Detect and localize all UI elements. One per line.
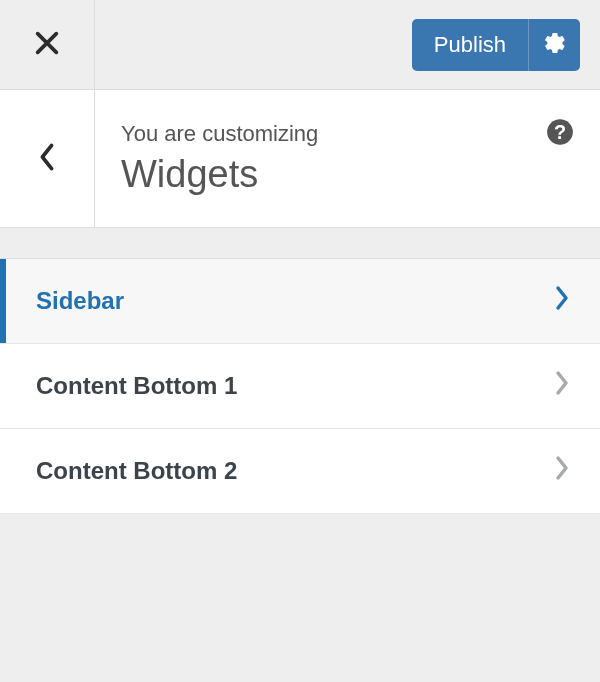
publish-label: Publish bbox=[434, 32, 506, 58]
widget-area-list: Sidebar Content Bottom 1 Content Bottom … bbox=[0, 258, 600, 514]
widget-area-label: Sidebar bbox=[36, 287, 124, 315]
widget-area-sidebar[interactable]: Sidebar bbox=[0, 258, 600, 343]
widget-area-label: Content Bottom 1 bbox=[36, 372, 237, 400]
topbar: Publish bbox=[0, 0, 600, 90]
svg-text:?: ? bbox=[554, 121, 566, 143]
chevron-left-icon bbox=[37, 142, 57, 176]
header-subtitle: You are customizing bbox=[121, 121, 318, 147]
widget-area-content-bottom-2[interactable]: Content Bottom 2 bbox=[0, 428, 600, 514]
widget-area-content-bottom-1[interactable]: Content Bottom 1 bbox=[0, 343, 600, 428]
close-icon bbox=[33, 29, 61, 61]
publish-button[interactable]: Publish bbox=[412, 19, 528, 71]
gear-icon bbox=[543, 31, 567, 58]
header-title: Widgets bbox=[121, 153, 318, 196]
publish-group: Publish bbox=[412, 19, 580, 71]
topbar-right: Publish bbox=[95, 0, 600, 89]
help-icon: ? bbox=[546, 132, 574, 149]
publish-settings-button[interactable] bbox=[528, 19, 580, 71]
close-button[interactable] bbox=[0, 0, 95, 89]
chevron-right-icon bbox=[554, 455, 570, 487]
panel-header: You are customizing Widgets ? bbox=[0, 90, 600, 228]
header-text: You are customizing Widgets bbox=[121, 121, 318, 196]
back-button[interactable] bbox=[0, 90, 95, 227]
header-main: You are customizing Widgets ? bbox=[95, 90, 600, 227]
chevron-right-icon bbox=[554, 285, 570, 317]
chevron-right-icon bbox=[554, 370, 570, 402]
widget-area-label: Content Bottom 2 bbox=[36, 457, 237, 485]
help-button[interactable]: ? bbox=[546, 118, 574, 150]
